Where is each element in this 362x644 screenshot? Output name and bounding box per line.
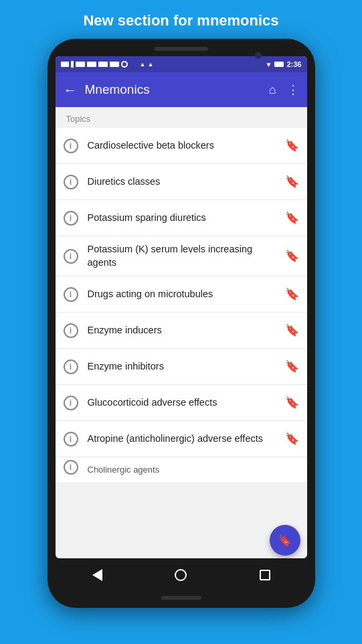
list-item[interactable]: i Enzyme inducers 🔖 xyxy=(56,313,307,349)
recents-nav-icon xyxy=(260,570,270,580)
status-icon-7 xyxy=(121,61,128,68)
status-icon-b: ▲ xyxy=(147,61,153,68)
phone-home-indicator xyxy=(161,596,201,600)
bookmark-icon[interactable]: 🔖 xyxy=(285,359,299,374)
info-icon: i xyxy=(64,460,78,475)
list-item[interactable]: i Atropine (anticholinergic) adverse eff… xyxy=(56,421,307,457)
bookmark-icon[interactable]: 🔖 xyxy=(285,287,299,301)
list-item[interactable]: i Cholinergic agents xyxy=(56,457,307,483)
phone-speaker xyxy=(155,47,208,51)
status-icon-5 xyxy=(98,62,108,67)
list-item[interactable]: i Glucocorticoid adverse effects 🔖 xyxy=(56,385,307,421)
status-icon-2 xyxy=(71,61,74,68)
recents-nav-button[interactable] xyxy=(252,562,278,588)
list-item[interactable]: i Potassium sparing diuretics 🔖 xyxy=(56,200,307,236)
status-icon-6 xyxy=(110,62,119,67)
status-icon-a: ▲ xyxy=(140,61,146,68)
info-icon: i xyxy=(64,359,78,374)
status-icon-1 xyxy=(61,62,69,67)
status-left-icons: ▲ ▲ xyxy=(61,61,154,68)
info-icon: i xyxy=(64,249,78,264)
back-button[interactable]: ← xyxy=(64,82,77,98)
home-icon[interactable]: ⌂ xyxy=(269,83,276,97)
list-item[interactable]: i Enzyme inhibitors 🔖 xyxy=(56,349,307,385)
info-icon: i xyxy=(64,432,78,447)
topics-label: Topics xyxy=(56,107,307,128)
item-text: Enzyme inducers xyxy=(88,317,280,344)
app-bar-title: Mnemonics xyxy=(85,82,261,97)
app-bar: ← Mnemonics ⌂ ⋮ xyxy=(56,72,307,107)
bookmark-icon[interactable]: 🔖 xyxy=(285,323,299,337)
phone-frame: ▲ ▲ ▼ 2:36 ← Mnemonics ⌂ ⋮ Topics xyxy=(48,39,315,608)
back-arrow-icon: ← xyxy=(64,82,77,98)
topics-list: Topics i Cardioselective beta blockers 🔖… xyxy=(56,107,307,558)
bookmark-icon[interactable]: 🔖 xyxy=(285,396,299,410)
bookmark-icon[interactable]: 🔖 xyxy=(285,211,299,225)
status-right-area: ▼ 2:36 xyxy=(266,60,302,68)
more-options-icon[interactable]: ⋮ xyxy=(287,82,299,97)
back-nav-icon xyxy=(92,569,102,581)
info-icon: i xyxy=(64,139,78,153)
bookmark-icon[interactable]: 🔖 xyxy=(285,175,299,189)
item-text: Atropine (anticholinergic) adverse effec… xyxy=(88,426,280,453)
info-icon: i xyxy=(64,175,78,189)
bookmark-icon[interactable]: 🔖 xyxy=(285,432,299,446)
home-nav-icon xyxy=(175,569,187,581)
status-icon-3 xyxy=(76,62,85,67)
item-text: Potassium sparing diuretics xyxy=(88,205,280,232)
fab-icon: 🔖 xyxy=(278,534,292,547)
nav-bar xyxy=(56,558,307,592)
back-nav-button[interactable] xyxy=(84,562,110,588)
item-text: Glucocorticoid adverse effects xyxy=(88,390,280,416)
info-icon: i xyxy=(64,211,78,226)
phone-screen: ▲ ▲ ▼ 2:36 ← Mnemonics ⌂ ⋮ Topics xyxy=(56,56,307,558)
fab-button[interactable]: 🔖 xyxy=(270,525,300,556)
list-item[interactable]: i Diuretics classes 🔖 xyxy=(56,164,307,200)
app-bar-actions: ⌂ ⋮ xyxy=(269,82,299,97)
item-text: Drugs acting on microtubules xyxy=(88,281,280,308)
item-text: Cholinergic agents xyxy=(88,457,299,483)
battery-icon xyxy=(274,62,284,67)
list-item[interactable]: i Potassium (K) serum levels increasing … xyxy=(56,236,307,276)
info-icon: i xyxy=(64,287,78,302)
page-title: New section for mnemonics xyxy=(0,0,362,39)
home-nav-button[interactable] xyxy=(167,562,194,588)
status-icon-8 xyxy=(130,62,138,67)
wifi-icon: ▼ xyxy=(266,61,272,68)
info-icon: i xyxy=(64,323,78,338)
status-icon-4 xyxy=(87,62,96,67)
bookmark-icon[interactable]: 🔖 xyxy=(285,139,299,153)
item-text: Cardioselective beta blockers xyxy=(88,133,280,159)
list-item[interactable]: i Cardioselective beta blockers 🔖 xyxy=(56,128,307,164)
bookmark-icon[interactable]: 🔖 xyxy=(285,249,299,263)
status-bar: ▲ ▲ ▼ 2:36 xyxy=(56,56,307,72)
item-text: Potassium (K) serum levels increasing ag… xyxy=(88,236,280,276)
item-text: Enzyme inhibitors xyxy=(88,353,280,380)
list-item[interactable]: i Drugs acting on microtubules 🔖 xyxy=(56,276,307,313)
status-time: 2:36 xyxy=(286,60,301,68)
phone-camera xyxy=(255,52,262,59)
info-icon: i xyxy=(64,396,78,410)
item-text: Diuretics classes xyxy=(88,169,280,195)
